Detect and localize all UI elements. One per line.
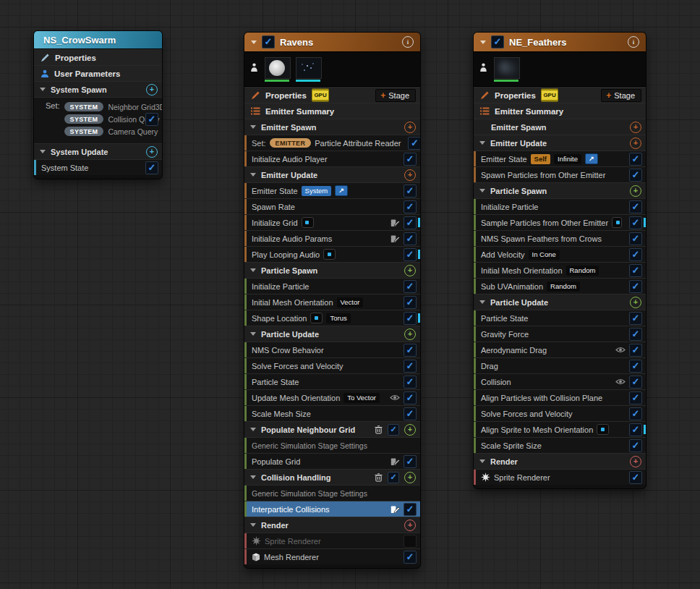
collapse-arrow-icon[interactable] <box>250 173 256 177</box>
stage-enabled-checkbox[interactable] <box>388 424 399 436</box>
emitter-node-header[interactable]: Ravens <box>244 33 420 52</box>
module-row-initialize-particle[interactable]: Initialize Particle <box>474 198 646 214</box>
module-checkbox[interactable] <box>404 455 417 468</box>
module-checkbox[interactable] <box>629 248 642 261</box>
module-row-collision[interactable]: Collision <box>474 373 646 389</box>
section-header-particle-spawn[interactable]: Particle Spawn <box>244 262 420 278</box>
section-header-emitter-spawn[interactable]: Emitter Spawn <box>244 119 420 135</box>
collapse-arrow-icon[interactable] <box>479 459 485 463</box>
node-panel-ne-feathers[interactable]: NE_FeathersPropertiesGPU+StageEmitter Su… <box>473 32 646 489</box>
set-parameters-block[interactable]: Set:SYSTEMNeighbor Grid3DSYSTEMCollision… <box>34 97 162 143</box>
module-checkbox[interactable] <box>145 161 158 174</box>
add-module-plus-icon[interactable] <box>404 424 416 436</box>
module-checkbox[interactable] <box>404 360 417 373</box>
module-checkbox[interactable] <box>629 232 642 245</box>
toprow-properties[interactable]: PropertiesGPU+Stage <box>244 87 420 103</box>
section-header-particle-update[interactable]: Particle Update <box>474 294 646 310</box>
collapse-arrow-icon[interactable] <box>479 300 485 304</box>
module-row-scale-mesh-size[interactable]: Scale Mesh Size <box>244 405 420 421</box>
collapse-arrow-icon[interactable] <box>480 41 486 44</box>
system-node-header[interactable]: NS_CrowSwarm <box>34 31 162 49</box>
add-module-plus-icon[interactable] <box>146 146 158 158</box>
scratchpad-icon[interactable] <box>390 505 400 514</box>
module-checkbox[interactable] <box>629 376 642 389</box>
module-checkbox[interactable] <box>404 344 417 357</box>
section-header-emitter-update[interactable]: Emitter Update <box>244 166 420 182</box>
collapse-arrow-icon[interactable] <box>250 268 256 272</box>
scratchpad-icon[interactable] <box>390 457 400 466</box>
section-header-system-spawn[interactable]: System Spawn <box>34 81 162 97</box>
set-parameter-item[interactable]: SYSTEMNeighbor Grid3D <box>64 101 162 112</box>
section-header-populate-neighbour-grid[interactable]: Populate Neighbour Grid <box>244 421 420 437</box>
toprow-properties[interactable]: Properties <box>34 49 162 65</box>
module-checkbox[interactable] <box>408 137 420 150</box>
add-module-plus-icon[interactable] <box>404 472 416 483</box>
module-row-spawn-rate[interactable]: Spawn Rate <box>244 198 420 214</box>
add-module-plus-icon[interactable] <box>630 297 641 308</box>
module-row-aerodynamic-drag[interactable]: Aerodynamic Drag <box>474 342 646 357</box>
module-row-align-particles-with-collision-plane[interactable]: Align Particles with Collision Plane <box>474 389 646 405</box>
module-row-scale-sprite-size[interactable]: Scale Sprite Size <box>474 437 646 453</box>
module-row-initial-mesh-orientation[interactable]: Initial Mesh OrientationRandom <box>474 262 646 278</box>
module-row-mesh-renderer[interactable]: Mesh Renderer <box>244 548 420 564</box>
node-panel-ns-crowswarm[interactable]: NS_CrowSwarmPropertiesUser ParametersSys… <box>33 30 163 179</box>
scratchpad-icon[interactable] <box>390 219 400 227</box>
module-checkbox[interactable] <box>404 376 417 389</box>
visibility-eye-icon[interactable] <box>615 378 626 385</box>
add-module-plus-icon[interactable] <box>404 265 416 276</box>
module-checkbox[interactable] <box>404 200 417 213</box>
module-row-initialize-particle[interactable]: Initialize Particle <box>244 278 420 294</box>
scratchpad-icon[interactable] <box>390 234 400 243</box>
add-module-plus-icon[interactable] <box>404 520 416 531</box>
module-checkbox[interactable] <box>629 153 642 166</box>
collapse-arrow-icon[interactable] <box>250 523 256 527</box>
module-checkbox[interactable] <box>404 551 417 564</box>
add-module-plus-icon[interactable] <box>630 122 641 133</box>
module-row-initialize-audio-player[interactable]: Initialize Audio Player <box>244 151 420 166</box>
add-module-plus-icon[interactable] <box>404 169 416 181</box>
module-row-particle-state[interactable]: Particle State <box>244 373 420 389</box>
module-checkbox[interactable] <box>629 439 642 452</box>
collapse-arrow-icon[interactable] <box>40 88 46 91</box>
collapse-arrow-icon[interactable] <box>250 125 256 129</box>
stage-settings-row[interactable]: Generic Simulation Stage Settings <box>244 485 420 501</box>
material-thumbnail[interactable] <box>296 57 320 82</box>
module-checkbox[interactable] <box>404 503 417 516</box>
collapse-arrow-icon[interactable] <box>250 428 256 431</box>
module-row-initialize-audio-params[interactable]: Initialize Audio Params <box>244 230 420 246</box>
module-checkbox[interactable] <box>629 169 642 182</box>
collapse-arrow-icon[interactable] <box>250 475 256 479</box>
toprow-emitter-summary[interactable]: Emitter Summary <box>244 103 420 119</box>
visibility-eye-icon[interactable] <box>615 347 626 353</box>
module-checkbox[interactable] <box>145 113 158 126</box>
module-checkbox[interactable] <box>404 185 417 198</box>
node-panel-ravens[interactable]: RavensPropertiesGPU+StageEmitter Summary… <box>244 32 421 569</box>
module-row-nms-spawn-feathers-from-crows[interactable]: NMS Spawn Feathers from Crows <box>474 230 646 246</box>
module-row-solve-forces-and-velocity[interactable]: Solve Forces and Velocity <box>474 405 646 421</box>
section-header-render[interactable]: Render <box>244 517 420 533</box>
module-checkbox[interactable] <box>629 280 642 293</box>
module-checkbox[interactable] <box>629 423 642 436</box>
add-module-plus-icon[interactable] <box>404 122 416 133</box>
set-parameter-item[interactable]: SYSTEMCamera Query <box>64 126 162 137</box>
toprow-emitter-summary[interactable]: Emitter Summary <box>474 103 646 119</box>
module-checkbox[interactable] <box>404 391 417 404</box>
module-row-spawn-particles-from-other-emitter[interactable]: Spawn Particles from Other Emitter <box>474 166 646 182</box>
module-checkbox[interactable] <box>629 391 642 404</box>
section-header-render[interactable]: Render <box>474 453 646 469</box>
toprow-user-parameters[interactable]: User Parameters <box>34 65 162 81</box>
module-checkbox[interactable] <box>404 312 417 325</box>
module-checkbox[interactable] <box>404 153 417 166</box>
trash-icon[interactable] <box>375 425 383 434</box>
add-module-plus-icon[interactable] <box>630 185 641 197</box>
collapse-arrow-icon[interactable] <box>479 189 485 192</box>
module-checkbox[interactable] <box>404 232 417 245</box>
material-thumbnail[interactable] <box>494 57 518 82</box>
stage-settings-row[interactable]: Generic Simulation Stage Settings <box>244 437 420 453</box>
module-row-initialize-grid[interactable]: Initialize Grid <box>244 214 420 230</box>
trash-icon[interactable] <box>375 473 383 482</box>
module-row-interparticle-collisions[interactable]: Interparticle Collisions <box>244 501 420 517</box>
module-checkbox[interactable] <box>404 296 417 309</box>
module-row-system-state[interactable]: System State <box>34 159 162 175</box>
module-checkbox[interactable] <box>404 216 417 229</box>
